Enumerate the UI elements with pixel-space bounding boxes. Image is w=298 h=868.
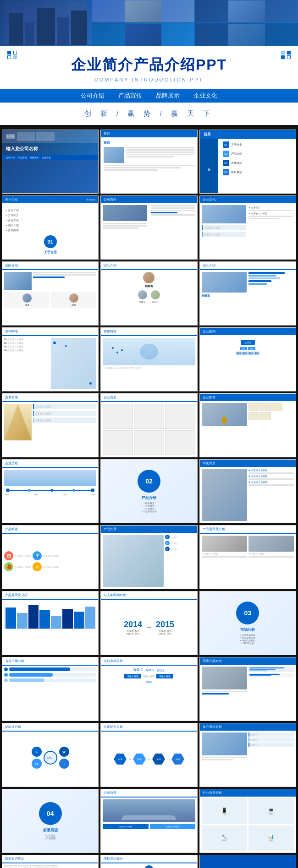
slide-24-market-title[interactable]: 03 市场分析 • 当前市场分析 • 当前市场分析 • 同类产品对比 • SWO… (199, 591, 296, 655)
slide-30-customer[interactable]: 客户需求分析 点击输入 点击输入 点击输入 (199, 723, 296, 787)
slide-7-header: 团队介绍 (2, 262, 98, 270)
slide-7-team1[interactable]: 团队介绍 成员 成员 (2, 261, 99, 326)
cover-title-chinese: 企业简介产品介绍PPT (14, 55, 284, 75)
slide-28-swot[interactable]: SWOT分析 S O SWOT W T (2, 723, 99, 787)
nav-company[interactable]: 公司介绍 (81, 92, 105, 100)
slide-6-company-culture[interactable]: 企业文化 点击输入小标题 点击输入小标题 ● 企业理念 ● 点击输入小标题 (199, 195, 296, 260)
slide-32-company-future[interactable]: 公司前景 点击输入小标题 点击输入小标题 (100, 789, 197, 853)
slide-27-similar-compare[interactable]: 同类产品对比 (199, 657, 296, 721)
slide-35-icon-display[interactable]: 图标展示部分 👤 📋 点击输入 📁 点击输入 📊 点击输入 (100, 855, 197, 868)
slide-20-header: 产品作用 (101, 526, 197, 533)
nav-product[interactable]: 产品宣传 (118, 92, 142, 100)
section-number-01: 01 (44, 235, 57, 248)
slide-4-about-title[interactable]: 关于企业 关于企业 • 企业介绍 • 公司简介 • 企业文化 • 团队介绍 • … (2, 195, 99, 260)
slide-16-history[interactable]: 企业历程 2010 2012 2014 2016 (2, 459, 99, 523)
slide-18-header: 研发背景 (200, 460, 296, 467)
contents-title: 目录 (200, 130, 296, 139)
slide-25-header: 当前市场分析 (2, 657, 98, 666)
slide-26-header: 当前市场分析 (101, 657, 197, 666)
slide-11-marketing2[interactable]: 营销网络 01 点击输入 02 点击输入 03 点击输入 (100, 327, 197, 391)
slide-13-quality[interactable]: 质量管理 点击输入小标题 点击输入小标题 点击输入小标题 (2, 393, 99, 457)
slide-5-company-intro[interactable]: 公司简介 (100, 195, 197, 260)
slide-35-header: 图标展示部分 (101, 855, 197, 863)
mini-logo: LOGO (6, 134, 15, 139)
cover-nav-bar: 公司介绍 产品宣传 品牌展示 企业文化 (0, 89, 298, 103)
cover-slogan: 创 新 / 赢 势 / 赢 天 下 (0, 103, 298, 125)
cover-main-area: 企业简介产品介绍PPT COMPANY INTRODUCTION PPT (0, 46, 298, 89)
slide-17-product-title[interactable]: 02 产品介绍 • 研发背景 • 产品概述 • 产品展示 • 产品应用分析 (100, 459, 197, 523)
cover-title-english: COMPANY INTRODUCTION PPT (14, 77, 284, 82)
slide-23-header: 与去年同期对比 (101, 591, 197, 600)
mini-company-name: 输入您公司名称 (2, 143, 98, 155)
slide-6-header: 企业文化 (200, 196, 296, 203)
slide-27-header: 同类产品对比 (200, 657, 296, 665)
slide-2-foreword[interactable]: 前言 前言 (100, 130, 197, 194)
slide-29-header: 年度销售目标 (101, 723, 197, 732)
slide-28-header: SWOT分析 (2, 723, 98, 732)
slide-12-header: 企业架构 (200, 328, 296, 335)
cover-slide: 企业简介产品介绍PPT COMPANY INTRODUCTION PPT 公司介… (0, 0, 298, 125)
slide-18-rd[interactable]: 研发背景 ▶ 点击输入小标题 ▶ 点击输入小标题 ▶ 点击输入小标题 (199, 459, 296, 523)
nav-brand[interactable]: 品牌展示 (156, 92, 180, 100)
slide-21-header: 产品展示及分析 (200, 526, 296, 534)
slide-11-header: 营销网络 (101, 328, 197, 336)
slide-15-header: 企业荣誉 (200, 394, 296, 401)
slide-4-header: 关于企业 关于企业 (2, 196, 98, 203)
slide-9-team3[interactable]: 团队介绍 积财富 (199, 261, 296, 326)
slide-14-qualification[interactable]: 企业资质 (100, 393, 197, 457)
slide-20-product-use[interactable]: 产品作用 01 点击输入 02 点击输入 03 点击输入 (100, 525, 197, 589)
slide-8-header: 团队介绍 (101, 262, 197, 270)
slide-32-header: 公司前景 (101, 789, 197, 797)
slide-29-annual-sales[interactable]: 年度销售目标 第1季 → 第2季 → 第3季 → 第4季 (100, 723, 197, 787)
slide-34-header: 部分客户展示 (2, 855, 98, 863)
foreword-body: 前言 (101, 137, 197, 174)
slide-22-header: 产品展示及分析 (2, 591, 98, 600)
slide-36-thanks[interactable]: 谢谢观赏 THANKS BUSINESS POWERPOINT (199, 855, 296, 868)
slide-14-header: 企业资质 (101, 394, 197, 402)
slide-19-header: 产品概述 (2, 526, 98, 534)
slide-3-contents[interactable]: 目录 目录 01 关于企业 02 产品介绍 03 市场分析 (199, 130, 296, 194)
mini-nav-bar: 公司介绍 产品宣传 品牌展示 企业文化 (2, 155, 98, 160)
cover-top-area (0, 0, 298, 46)
slide-22-product-analysis[interactable]: 产品展示及分析 (2, 591, 99, 655)
slide-30-header: 客户需求分析 (200, 723, 296, 731)
slide-34-clients[interactable]: 部分客户展示 品牌1 品牌2 品牌3 品牌4 eBay 客户 品牌 标志 (2, 855, 99, 868)
slide-33-industry[interactable]: 行业前景分析 📱 产品1 💻 产品2 🔧 服务1 📊 分析 (199, 789, 296, 853)
slide-31-outlook-title[interactable]: 04 前景展望 • 公司前景 • 产品展望 (2, 789, 99, 853)
slide-25-market1[interactable]: 当前市场分析 (2, 657, 99, 721)
slide-12-company-structure[interactable]: 企业架构 总经理 副总 副总 部门 部门 部门 部门 (199, 327, 296, 391)
slide-15-honor[interactable]: 企业荣誉 (199, 393, 296, 457)
slide-13-header: 质量管理 (2, 394, 98, 402)
nav-culture[interactable]: 企业文化 (193, 92, 217, 100)
slide-8-team2[interactable]: 团队介绍 积财富 张豪玉 陈云云 (100, 261, 197, 326)
slide-1-mini-cover[interactable]: LOGO 输入您公司名称 公司介绍 产品宣传 品牌展示 企业文化 (2, 130, 99, 194)
slide-26-market2[interactable]: 当前市场分析 NO.1 NO.2 NO.3 请输入标题 请输入标题 请输入标题 … (100, 657, 197, 721)
slide-10-marketing1[interactable]: 营销网络 01 点击输入小标题 02 点击输入小标题 03 点击输入小标题 04… (2, 327, 99, 391)
slide-16-header: 企业历程 (2, 460, 98, 468)
slide-23-year-compare[interactable]: 与去年同期对比 2014 完成率: 80% 增长率: 15% → 2015 完成… (100, 591, 197, 655)
contents-list: 01 关于企业 02 产品介绍 03 市场分析 04 前景展望 (218, 139, 296, 193)
foreword-header: 前言 (101, 130, 197, 137)
slide-33-header: 行业前景分析 (200, 789, 296, 797)
cover-building-image (0, 0, 92, 46)
cover-right-images (92, 0, 298, 46)
slide-9-header: 团队介绍 (200, 262, 296, 270)
slide-21-product-display[interactable]: 产品展示及分析 点击输入小标题 点击输入小标题 (199, 525, 296, 589)
slide-19-product-overview[interactable]: 产品概述 🐷 点击输入小标题 🍎 点击输入小标题 🌍 点击输入小标题 (2, 525, 99, 589)
slide-10-header: 营销网络 (2, 328, 98, 336)
slide-5-header: 公司简介 (101, 196, 197, 203)
slides-grid: LOGO 输入您公司名称 公司介绍 产品宣传 品牌展示 企业文化 前言 前言 (0, 128, 298, 868)
